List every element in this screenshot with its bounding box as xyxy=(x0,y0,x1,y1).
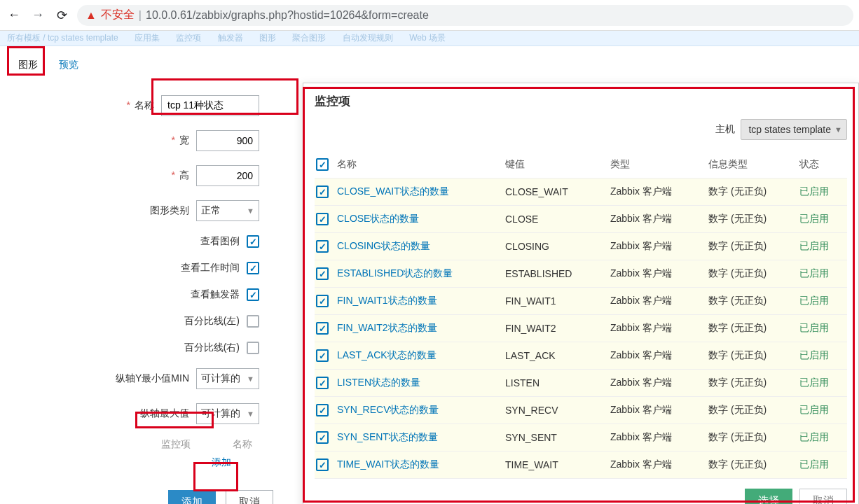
add-button[interactable]: 添加 xyxy=(168,490,216,504)
item-key: SYN_SENT xyxy=(505,432,610,443)
row-checkbox[interactable]: ✓ xyxy=(316,458,329,471)
section-name-label: 名称 xyxy=(233,438,252,451)
width-input[interactable] xyxy=(196,130,259,151)
item-name-link[interactable]: FIN_WAIT1状态的数量 xyxy=(337,295,437,306)
row-checkbox[interactable]: ✓ xyxy=(316,267,329,280)
tab-preview[interactable]: 预览 xyxy=(55,56,83,76)
height-label: *高 xyxy=(172,169,189,182)
warning-icon: ▲ xyxy=(85,9,97,22)
bc-g[interactable]: 自动发现规则 xyxy=(343,33,393,43)
item-key: ESTABLISHED xyxy=(505,268,610,279)
item-type: Zabbix 客户端 xyxy=(610,404,708,416)
row-checkbox[interactable]: ✓ xyxy=(316,240,329,253)
address-bar[interactable]: ▲ 不安全 | 10.0.0.61/zabbix/graphs.php?host… xyxy=(77,5,853,26)
row-checkbox[interactable]: ✓ xyxy=(316,431,329,444)
breadcrumb-strip: 所有模板 / tcp states template 应用集 监控项 触发器 图… xyxy=(0,31,859,46)
pct-right-checkbox[interactable]: ✓ xyxy=(247,342,259,354)
item-name-link[interactable]: SYN_SENT状态的数量 xyxy=(337,431,438,442)
col-name[interactable]: 名称 xyxy=(337,158,505,171)
col-status[interactable]: 状态 xyxy=(799,158,841,171)
item-name-link[interactable]: LAST_ACK状态的数量 xyxy=(337,349,437,360)
triggers-checkbox[interactable]: ✓ xyxy=(247,288,259,301)
item-name-link[interactable]: TIME_WAIT状态的数量 xyxy=(337,458,439,470)
gtype-label: 图形类别 xyxy=(150,204,189,217)
tab-graph[interactable]: 图形 xyxy=(14,56,42,76)
row-checkbox[interactable]: ✓ xyxy=(316,349,329,362)
col-info[interactable]: 信息类型 xyxy=(708,158,799,171)
ymax-value: 可计算的 xyxy=(201,407,240,420)
section-item-label: 监控项 xyxy=(161,438,191,451)
bc-h[interactable]: Web 场景 xyxy=(409,33,446,43)
row-checkbox[interactable]: ✓ xyxy=(316,295,329,307)
table-row: ✓FIN_WAIT2状态的数量FIN_WAIT2Zabbix 客户端数字 (无正… xyxy=(315,315,847,342)
cancel-button[interactable]: 取消 xyxy=(226,490,273,504)
item-type: Zabbix 客户端 xyxy=(610,322,708,335)
triggers-label: 查看触发器 xyxy=(191,288,240,301)
ymin-label: 纵轴Y最小值MIN xyxy=(116,372,189,385)
reload-icon[interactable]: ⟳ xyxy=(53,7,70,24)
graph-form: *名称 *宽 *高 图形类别 正常 ▼ 查看图例 ✓ 查看工作时间 ✓ xyxy=(7,83,301,504)
ymin-select[interactable]: 可计算的 ▼ xyxy=(196,368,259,389)
select-all-checkbox[interactable]: ✓ xyxy=(316,158,329,171)
add-item-link[interactable]: 添加 xyxy=(7,456,294,469)
item-key: LAST_ACK xyxy=(505,350,610,361)
item-name-link[interactable]: FIN_WAIT2状态的数量 xyxy=(337,322,437,333)
height-input[interactable] xyxy=(196,165,259,186)
bc-e[interactable]: 图形 xyxy=(259,33,276,43)
pct-left-checkbox[interactable]: ✓ xyxy=(247,315,259,328)
item-key: CLOSING xyxy=(505,241,610,252)
item-name-link[interactable]: CLOSE_WAIT状态的数量 xyxy=(337,186,449,197)
item-name-link[interactable]: ESTABLISHED状态的数量 xyxy=(337,267,453,279)
row-checkbox[interactable]: ✓ xyxy=(316,213,329,225)
item-name-link[interactable]: CLOSE状态的数量 xyxy=(337,213,419,224)
item-type: Zabbix 客户端 xyxy=(610,377,708,389)
bc-c[interactable]: 监控项 xyxy=(176,33,201,43)
row-checkbox[interactable]: ✓ xyxy=(316,322,329,335)
bc-a[interactable]: 所有模板 / tcp states template xyxy=(7,33,118,43)
table-row: ✓ESTABLISHED状态的数量ESTABLISHEDZabbix 客户端数字… xyxy=(315,260,847,288)
browser-toolbar: ← → ⟳ ▲ 不安全 | 10.0.0.61/zabbix/graphs.ph… xyxy=(0,0,859,31)
grid-header: ✓ 名称 键值 类型 信息类型 状态 xyxy=(315,151,847,178)
item-name-link[interactable]: LISTEN状态的数量 xyxy=(337,377,420,388)
item-type: Zabbix 客户端 xyxy=(610,186,708,198)
host-select[interactable]: tcp states template ▼ xyxy=(741,119,847,140)
gtype-select[interactable]: 正常 ▼ xyxy=(196,200,259,221)
bc-f[interactable]: 聚合图形 xyxy=(292,33,326,43)
worktime-checkbox[interactable]: ✓ xyxy=(247,262,259,274)
name-input[interactable] xyxy=(161,95,259,116)
bc-d[interactable]: 触发器 xyxy=(218,33,243,43)
item-info: 数字 (无正负) xyxy=(708,404,799,416)
items-popup: 监控项 主机 tcp states template ▼ ✓ 名称 键值 类型 … xyxy=(303,83,859,504)
col-type[interactable]: 类型 xyxy=(610,158,708,171)
gtype-value: 正常 xyxy=(201,204,221,217)
item-key: FIN_WAIT2 xyxy=(505,323,610,334)
bc-b[interactable]: 应用集 xyxy=(135,33,160,43)
forward-icon[interactable]: → xyxy=(29,7,46,24)
select-button[interactable]: 选择 xyxy=(745,489,792,504)
row-checkbox[interactable]: ✓ xyxy=(316,377,329,389)
item-status: 已启用 xyxy=(799,295,841,307)
item-info: 数字 (无正负) xyxy=(708,377,799,389)
back-icon[interactable]: ← xyxy=(6,7,22,24)
host-select-value: tcp states template xyxy=(748,124,831,135)
caret-down-icon: ▼ xyxy=(834,125,842,134)
item-name-link[interactable]: SYN_RECV状态的数量 xyxy=(337,404,439,415)
popup-footer: 选择 取消 xyxy=(315,489,847,504)
row-checkbox[interactable]: ✓ xyxy=(316,404,329,416)
item-status: 已启用 xyxy=(799,404,841,416)
row-checkbox[interactable]: ✓ xyxy=(316,186,329,198)
item-name-link[interactable]: CLOSING状态的数量 xyxy=(337,240,430,251)
ymax-select[interactable]: 可计算的 ▼ xyxy=(196,403,259,424)
item-type: Zabbix 客户端 xyxy=(610,240,708,253)
address-divider: | xyxy=(139,9,142,22)
row-width: *宽 xyxy=(7,130,294,151)
legend-checkbox[interactable]: ✓ xyxy=(247,235,259,248)
item-status: 已启用 xyxy=(799,322,841,335)
table-row: ✓CLOSE_WAIT状态的数量CLOSE_WAITZabbix 客户端数字 (… xyxy=(315,178,847,206)
table-row: ✓FIN_WAIT1状态的数量FIN_WAIT1Zabbix 客户端数字 (无正… xyxy=(315,288,847,315)
pct-left-label: 百分比线(左) xyxy=(184,315,240,328)
popup-cancel-button[interactable]: 取消 xyxy=(799,489,847,504)
item-info: 数字 (无正负) xyxy=(708,267,799,280)
item-info: 数字 (无正负) xyxy=(708,186,799,198)
col-key[interactable]: 键值 xyxy=(505,158,610,171)
